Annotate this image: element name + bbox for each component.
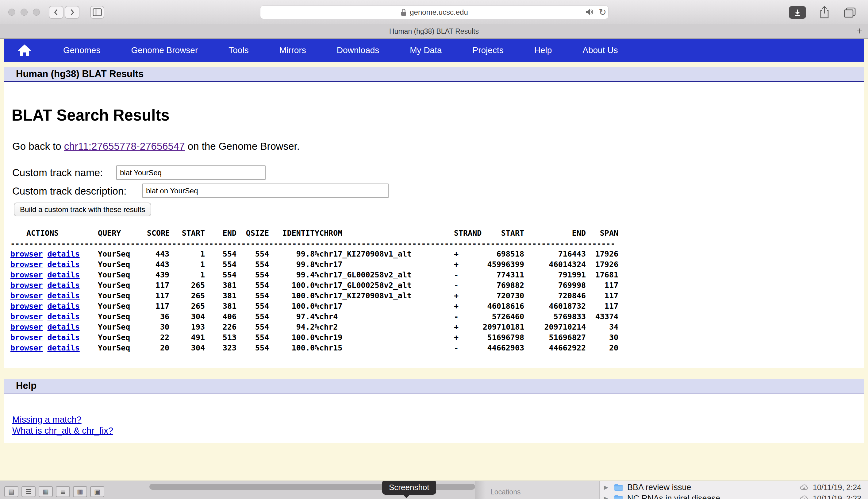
details-link[interactable]: details — [47, 343, 79, 352]
view-toolbar-button-5[interactable]: ▥ — [73, 486, 87, 497]
cell-tstart: 45996399 — [483, 259, 524, 270]
browser-link[interactable]: browser — [10, 250, 42, 258]
view-toolbar-button-4[interactable]: ≣ — [56, 486, 70, 497]
page-title: Human (hg38) BLAT Results — [4, 67, 864, 82]
address-bar[interactable]: genome.ucsc.edu — [260, 5, 608, 19]
view-toolbar-button-2[interactable]: ☰ — [22, 486, 36, 497]
cell-query: YourSeq — [98, 332, 147, 343]
cell-qsize: 554 — [236, 291, 269, 301]
result-row: browser detailsYourSeq117265381554100.0%… — [10, 291, 618, 301]
view-toolbar-button-3[interactable]: ▦ — [39, 486, 53, 497]
screenshot-tooltip: Screenshot — [382, 480, 436, 495]
new-tab-button[interactable]: + — [856, 25, 863, 37]
details-link[interactable]: details — [47, 333, 79, 342]
cell-identity: 97.4% — [269, 312, 319, 322]
view-toolbar-button-6[interactable]: ▣ — [90, 486, 104, 497]
chevron-right-icon — [67, 8, 77, 17]
cell-span: 17681 — [586, 270, 618, 280]
nav-item-downloads[interactable]: Downloads — [337, 46, 380, 55]
browser-link[interactable]: browser — [10, 322, 42, 331]
disclosure-triangle-icon[interactable]: ▶ — [604, 495, 610, 499]
cell-end: 323 — [205, 343, 236, 353]
home-button[interactable] — [16, 44, 33, 57]
view-toolbar-button-1[interactable]: ▤ — [4, 486, 18, 497]
result-row: browser detailsYourSeq439155455499.4%chr… — [10, 270, 618, 280]
col-query: QUERY — [98, 228, 147, 239]
cell-strand: + — [454, 332, 483, 343]
chr-alt-fix-link[interactable]: What is chr_alt & chr_fix? — [12, 426, 113, 436]
cell-start: 1 — [169, 270, 205, 280]
cell-start: 265 — [169, 291, 205, 301]
browser-link[interactable]: browser — [10, 291, 42, 300]
position-link[interactable]: chr11:27655778-27656547 — [64, 141, 185, 152]
details-link[interactable]: details — [47, 322, 79, 331]
browser-link[interactable]: browser — [10, 333, 42, 342]
cell-tstart: 698518 — [483, 249, 524, 259]
cell-score: 20 — [147, 343, 169, 353]
list-item[interactable]: ▶ NC RNAs in viral disease 10/11/19, 2:2… — [600, 493, 868, 499]
cell-span: 17926 — [586, 259, 618, 270]
cell-span: 117 — [586, 280, 618, 291]
minimize-window-button[interactable] — [21, 9, 28, 16]
sidebar-toggle-button[interactable] — [90, 6, 104, 19]
cell-score: 443 — [147, 249, 169, 259]
missing-match-link[interactable]: Missing a match? — [12, 415, 82, 425]
cell-query: YourSeq — [98, 301, 147, 312]
cell-qsize: 554 — [236, 249, 269, 259]
details-link[interactable]: details — [47, 281, 79, 290]
nav-item-genomes[interactable]: Genomes — [63, 46, 100, 55]
build-custom-track-button[interactable]: Build a custom track with these results — [14, 203, 151, 216]
cell-tend: 769998 — [524, 280, 586, 291]
cloud-download-icon[interactable] — [799, 484, 809, 491]
nav-item-help[interactable]: Help — [534, 46, 552, 55]
details-link[interactable]: details — [47, 270, 79, 279]
list-item[interactable]: ▶ BBA review issue 10/11/19, 2:24 — [600, 482, 868, 493]
cell-chrom: chr4 — [319, 312, 454, 322]
details-link[interactable]: details — [47, 291, 79, 300]
browser-link[interactable]: browser — [10, 260, 42, 269]
details-link[interactable]: details — [47, 302, 79, 311]
cell-strand: + — [454, 322, 483, 332]
downloads-button[interactable] — [789, 6, 806, 19]
cloud-download-icon[interactable] — [799, 495, 809, 499]
reload-button[interactable]: ↻ — [599, 7, 606, 17]
track-name-input[interactable] — [116, 166, 265, 180]
nav-item-my-data[interactable]: My Data — [410, 46, 442, 55]
cell-score: 30 — [147, 322, 169, 332]
show-tabs-button[interactable] — [843, 6, 857, 20]
cell-qsize: 554 — [236, 259, 269, 270]
nav-item-tools[interactable]: Tools — [228, 46, 248, 55]
zoom-window-button[interactable] — [33, 9, 40, 16]
details-link[interactable]: details — [47, 260, 79, 269]
close-window-button[interactable] — [8, 9, 15, 16]
browser-link[interactable]: browser — [10, 302, 42, 311]
tab-bar: Human (hg38) BLAT Results + — [0, 24, 868, 39]
tab-audio-button[interactable] — [585, 8, 594, 17]
nav-item-mirrors[interactable]: Mirrors — [280, 46, 306, 55]
cell-qsize: 554 — [236, 343, 269, 353]
browser-link[interactable]: browser — [10, 312, 42, 321]
details-link[interactable]: details — [47, 250, 79, 258]
nav-item-projects[interactable]: Projects — [473, 46, 504, 55]
cell-query: YourSeq — [98, 259, 147, 270]
cell-score: 22 — [147, 332, 169, 343]
forward-button[interactable] — [65, 6, 79, 19]
cell-start: 265 — [169, 280, 205, 291]
disclosure-triangle-icon[interactable]: ▶ — [604, 484, 610, 491]
col-tend: END — [524, 228, 586, 239]
speaker-icon — [585, 8, 594, 16]
cell-qsize: 554 — [236, 332, 269, 343]
nav-item-about-us[interactable]: About Us — [582, 46, 618, 55]
browser-link[interactable]: browser — [10, 270, 42, 279]
back-button[interactable] — [49, 6, 63, 19]
browser-link[interactable]: browser — [10, 343, 42, 352]
browser-link[interactable]: browser — [10, 281, 42, 290]
file-date: 10/11/19, 2:24 — [813, 483, 861, 492]
nav-item-genome-browser[interactable]: Genome Browser — [131, 46, 198, 55]
active-tab[interactable]: Human (hg38) BLAT Results — [389, 27, 479, 36]
cell-chrom: chr17_KI270908v1_alt — [319, 291, 454, 301]
share-button[interactable] — [818, 5, 831, 20]
details-link[interactable]: details — [47, 312, 79, 321]
help-section-title: Help — [4, 379, 864, 393]
track-description-input[interactable] — [142, 183, 388, 198]
